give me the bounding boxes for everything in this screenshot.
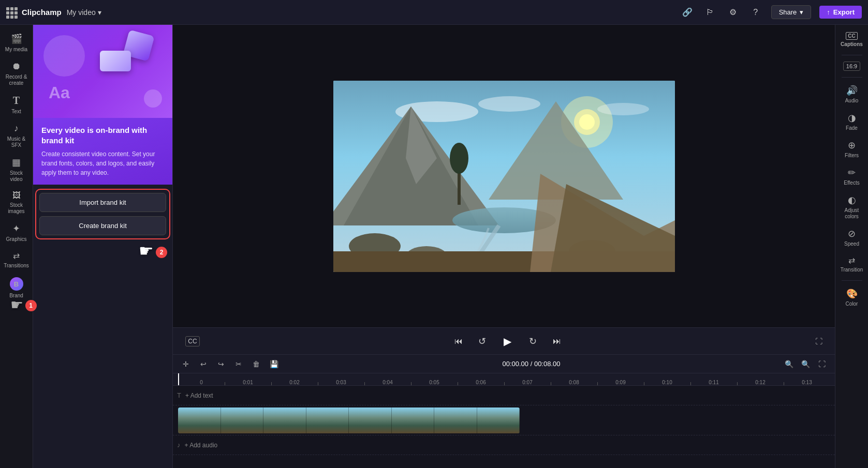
playback-controls: CC ⏮ ↺ ▶ ↻ ⏭ ⛶	[173, 327, 835, 354]
ruler-mark-9: 0:09	[597, 380, 644, 385]
transitions-icon: ⇄	[13, 251, 20, 261]
right-panel-speed[interactable]: ⊘ Speed	[837, 225, 867, 250]
brand-card-title: Every video is on-brand with brand kit	[41, 125, 164, 145]
brand-icon: B	[10, 277, 23, 291]
speed-label: Speed	[844, 241, 859, 247]
skip-forward-button[interactable]: ⏭	[549, 334, 565, 349]
mountain-svg	[333, 81, 675, 272]
aspect-ratio-selector[interactable]: 16:9	[843, 62, 860, 71]
right-panel-filters[interactable]: ⊕ Filters	[837, 137, 867, 162]
brand-actions: Import brand kit Create brand kit	[33, 185, 172, 244]
panel-content: Every video is on-brand with brand kit C…	[33, 25, 172, 468]
ruler-mark-11: 0:11	[690, 380, 737, 385]
sidebar-item-brand[interactable]: B Brand ☛ 1	[2, 273, 32, 302]
playhead-line[interactable]	[178, 373, 179, 385]
divider-3	[842, 280, 862, 281]
shape-circle	[144, 89, 162, 108]
speed-icon: ⊘	[848, 228, 856, 239]
captions-icon: CC	[846, 32, 857, 40]
ruler-mark-4: 0:04	[364, 380, 411, 385]
captions-toggle-button[interactable]: CC	[185, 336, 200, 346]
sidebar-item-label: Transitions	[4, 263, 29, 269]
sidebar-item-stock-video[interactable]: ▦ Stock video	[2, 153, 32, 186]
sidebar-item-graphics[interactable]: ✦ Graphics	[2, 219, 32, 246]
ruler-mark-5: 0:05	[411, 380, 458, 385]
export-button[interactable]: ↑ Export	[819, 6, 862, 19]
right-panel-captions[interactable]: CC Captions	[837, 29, 867, 51]
app-name: Clipchamp	[22, 8, 62, 17]
main-content: 🎬 My media ⏺ Record &create T Text ♪ Mus…	[0, 25, 868, 468]
redo-button[interactable]: ↪	[214, 357, 228, 371]
video-thumb-7	[434, 407, 477, 433]
save-button[interactable]: 💾	[267, 357, 281, 371]
sidebar-item-label: Graphics	[6, 236, 26, 243]
fit-timeline-button[interactable]: ⛶	[815, 357, 829, 371]
cursor-annotation-2: ☛ 2	[139, 243, 167, 259]
zoom-in-button[interactable]: 🔍	[799, 357, 812, 371]
fullscreen-button[interactable]: ⛶	[815, 337, 822, 345]
shape-card	[100, 51, 131, 71]
sidebar-item-music-sfx[interactable]: ♪ Music & SFX	[2, 119, 32, 152]
play-pause-button[interactable]: ▶	[498, 332, 517, 351]
ruler-mark-6: 0:06	[458, 380, 504, 385]
right-panel-transition[interactable]: ⇄ Transition	[837, 252, 867, 276]
right-panel-adjust-colors[interactable]: ◐ Adjust colors	[837, 191, 867, 223]
help-icon[interactable]: ?	[748, 5, 763, 20]
ruler-mark-7: 0:07	[504, 380, 551, 385]
delete-button[interactable]: 🗑	[249, 357, 263, 371]
sidebar-item-label: Text	[11, 109, 21, 115]
svg-point-6	[597, 103, 649, 115]
sidebar-item-my-media[interactable]: 🎬 My media	[2, 29, 32, 56]
app-grid-icon[interactable]	[6, 7, 17, 18]
sidebar-item-transitions[interactable]: ⇄ Transitions	[2, 247, 32, 272]
ruler-mark-0: 0	[178, 380, 225, 385]
ruler-mark-1: 0:01	[225, 380, 271, 385]
fade-label: Fade	[846, 125, 858, 131]
sidebar-item-stock-images[interactable]: 🖼 Stock images	[2, 187, 32, 218]
sidebar-item-label: Stock images	[4, 202, 30, 215]
timeline-zoom: 🔍 🔍 ⛶	[782, 357, 829, 371]
forward-5s-button[interactable]: ↻	[525, 334, 541, 349]
text-track-icon: T	[177, 391, 181, 399]
cursor-hand-icon: ☛	[10, 298, 23, 312]
floating-shapes	[33, 25, 172, 118]
sidebar-item-record-create[interactable]: ⏺ Record &create	[2, 57, 32, 89]
svg-point-12	[450, 143, 468, 174]
skip-back-button[interactable]: ⏮	[451, 334, 466, 349]
audio-label: Audio	[845, 98, 859, 104]
share-link-icon[interactable]: 🔗	[680, 5, 695, 20]
create-brand-kit-button[interactable]: Create brand kit	[39, 216, 166, 235]
video-thumb-2	[221, 407, 264, 433]
video-thumb-6	[392, 407, 435, 433]
cut-button[interactable]: ✂	[232, 357, 245, 371]
topbar-right: 🔗 🏳 ⚙ ? Share ▾ ↑ Export	[680, 5, 862, 20]
rewind-5s-button[interactable]: ↺	[475, 334, 490, 349]
add-text-label[interactable]: + Add text	[185, 392, 213, 399]
effects-icon: ✏	[848, 167, 856, 178]
ruler-mark-8: 0:08	[551, 380, 597, 385]
playback-center: ⏮ ↺ ▶ ↻ ⏭	[451, 332, 565, 351]
zoom-out-button[interactable]: 🔍	[782, 357, 796, 371]
color-icon: 🎨	[846, 288, 858, 299]
right-panel-color[interactable]: 🎨 Color	[837, 285, 867, 310]
video-track-strip[interactable]	[178, 407, 520, 433]
import-brand-kit-button[interactable]: Import brand kit	[39, 193, 166, 212]
topbar-left: Clipchamp My video ▾	[6, 7, 680, 18]
ruler-mark-10: 0:10	[644, 380, 690, 385]
right-panel-effects[interactable]: ✏ Effects	[837, 164, 867, 189]
project-name[interactable]: My video ▾	[67, 8, 101, 17]
share-button[interactable]: Share ▾	[771, 5, 812, 19]
mountain-background	[333, 81, 675, 272]
flag-icon[interactable]: 🏳	[703, 5, 717, 20]
sidebar-item-label: Record &create	[6, 74, 27, 86]
playback-left: CC	[185, 336, 200, 346]
magnet-tool-button[interactable]: ✛	[179, 357, 193, 371]
add-audio-label[interactable]: + Add audio	[185, 442, 218, 449]
right-panel-audio[interactable]: 🔊 Audio	[837, 82, 867, 107]
undo-button[interactable]: ↩	[197, 357, 210, 371]
ruler-mark-3: 0:03	[318, 380, 364, 385]
settings-icon[interactable]: ⚙	[726, 5, 740, 20]
stock-video-icon: ▦	[12, 157, 21, 168]
right-panel-fade[interactable]: ◑ Fade	[837, 109, 867, 134]
sidebar-item-text[interactable]: T Text	[2, 90, 32, 118]
